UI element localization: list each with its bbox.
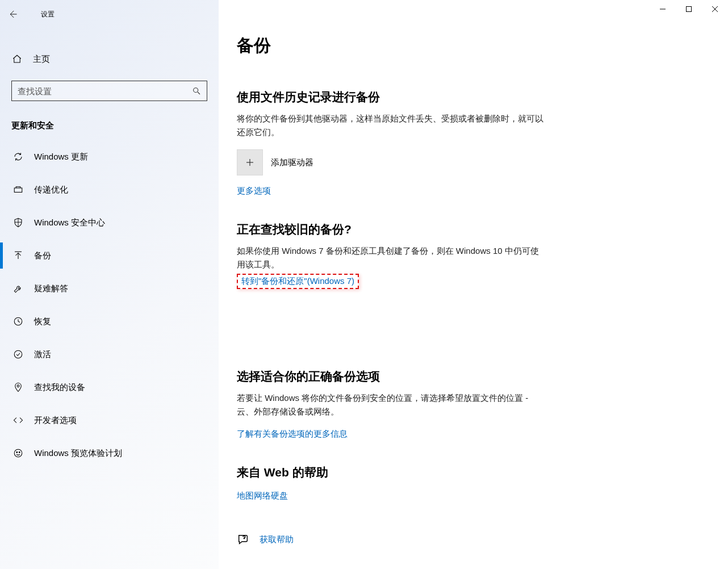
section-choose-backup: 选择适合你的正确备份选项 若要让 Windows 将你的文件备份到安全的位置，请… — [237, 369, 711, 440]
section-web-help: 来自 Web 的帮助 地图网络硬盘 — [237, 465, 711, 501]
sidebar-item-label: 激活 — [34, 349, 51, 360]
svg-point-15 — [19, 452, 20, 453]
get-help-link[interactable]: 获取帮助 — [260, 534, 294, 545]
search-box[interactable] — [11, 81, 207, 101]
window-title: 设置 — [41, 10, 55, 19]
sidebar-item-label: 恢复 — [34, 316, 51, 327]
sidebar-item-label: Windows 预览体验计划 — [34, 448, 122, 459]
sidebar-item-label: 查找我的设备 — [34, 382, 85, 393]
sidebar-item-insider-program[interactable]: Windows 预览体验计划 — [0, 437, 219, 470]
section-older-backup: 正在查找较旧的备份? 如果你使用 Windows 7 备份和还原工具创建了备份，… — [237, 221, 711, 289]
wrench-icon — [12, 283, 24, 294]
sidebar-item-windows-security[interactable]: Windows 安全中心 — [0, 206, 219, 239]
sidebar-item-label: 开发者选项 — [34, 415, 77, 426]
delivery-icon — [12, 184, 24, 195]
sidebar-item-label: Windows 更新 — [34, 152, 88, 162]
back-button[interactable] — [0, 2, 25, 27]
sidebar-item-activation[interactable]: 激活 — [0, 338, 219, 371]
sidebar-item-label: 疑难解答 — [34, 283, 68, 294]
svg-point-5 — [194, 88, 198, 93]
section-file-history: 使用文件历史记录进行备份 将你的文件备份到其他驱动器，这样当原始文件丢失、受损或… — [237, 89, 711, 196]
sidebar-item-label: Windows 安全中心 — [34, 217, 105, 228]
sidebar-item-label: 备份 — [34, 250, 51, 261]
search-icon — [192, 86, 201, 95]
get-help-row[interactable]: 获取帮助 — [237, 533, 711, 546]
add-drive-label: 添加驱动器 — [271, 157, 313, 168]
activation-icon — [12, 349, 24, 360]
sidebar-item-backup[interactable]: 备份 — [0, 239, 219, 272]
home-icon — [11, 54, 23, 64]
section-description: 将你的文件备份到其他驱动器，这样当原始文件丢失、受损或者被删除时，就可以还原它们… — [237, 112, 543, 139]
section-heading: 来自 Web 的帮助 — [237, 465, 711, 480]
sidebar-item-troubleshoot[interactable]: 疑难解答 — [0, 272, 219, 305]
search-input[interactable] — [18, 86, 192, 96]
more-options-link[interactable]: 更多选项 — [237, 186, 271, 196]
sync-icon — [12, 151, 24, 162]
backup-icon — [12, 250, 24, 261]
section-description: 若要让 Windows 将你的文件备份到安全的位置，请选择希望放置文件的位置 -… — [237, 391, 543, 419]
sidebar-item-label: 传递优化 — [34, 185, 68, 195]
sidebar-item-recovery[interactable]: 恢复 — [0, 305, 219, 338]
sidebar-home[interactable]: 主页 — [0, 48, 219, 70]
recovery-icon — [12, 316, 24, 327]
map-network-drive-link[interactable]: 地图网络硬盘 — [237, 491, 288, 501]
highlight-annotation: 转到"备份和还原"(Windows 7) — [237, 274, 359, 289]
plus-icon — [237, 149, 263, 175]
svg-point-12 — [17, 385, 19, 387]
location-icon — [12, 382, 24, 393]
goto-win7-backup-link[interactable]: 转到"备份和还原"(Windows 7) — [241, 276, 354, 287]
svg-point-13 — [14, 449, 22, 457]
sidebar-item-windows-update[interactable]: Windows 更新 — [0, 140, 219, 173]
content-area: 备份 使用文件历史记录进行备份 将你的文件备份到其他驱动器，这样当原始文件丢失、… — [219, 0, 728, 569]
page-title: 备份 — [237, 34, 711, 57]
svg-line-6 — [198, 92, 200, 94]
sidebar-item-delivery-optimization[interactable]: 传递优化 — [0, 173, 219, 206]
svg-point-11 — [14, 350, 22, 358]
shield-icon — [12, 217, 24, 228]
add-drive-button[interactable]: 添加驱动器 — [237, 149, 711, 175]
sidebar-home-label: 主页 — [33, 54, 50, 65]
sidebar-section-label: 更新和安全 — [0, 120, 219, 131]
section-heading: 正在查找较旧的备份? — [237, 221, 711, 237]
svg-point-14 — [16, 452, 18, 453]
section-heading: 选择适合你的正确备份选项 — [237, 369, 711, 384]
help-icon — [237, 533, 249, 546]
insider-icon — [12, 447, 24, 459]
svg-rect-7 — [14, 188, 22, 193]
developer-icon — [12, 415, 24, 426]
section-heading: 使用文件历史记录进行备份 — [237, 89, 711, 105]
sidebar-item-find-my-device[interactable]: 查找我的设备 — [0, 371, 219, 404]
sidebar-item-for-developers[interactable]: 开发者选项 — [0, 404, 219, 437]
sidebar: 设置 主页 更新和安全 Windows 更新 传递优 — [0, 0, 219, 569]
learn-backup-options-link[interactable]: 了解有关备份选项的更多信息 — [237, 429, 348, 440]
section-description: 如果你使用 Windows 7 备份和还原工具创建了备份，则在 Windows … — [237, 244, 543, 271]
